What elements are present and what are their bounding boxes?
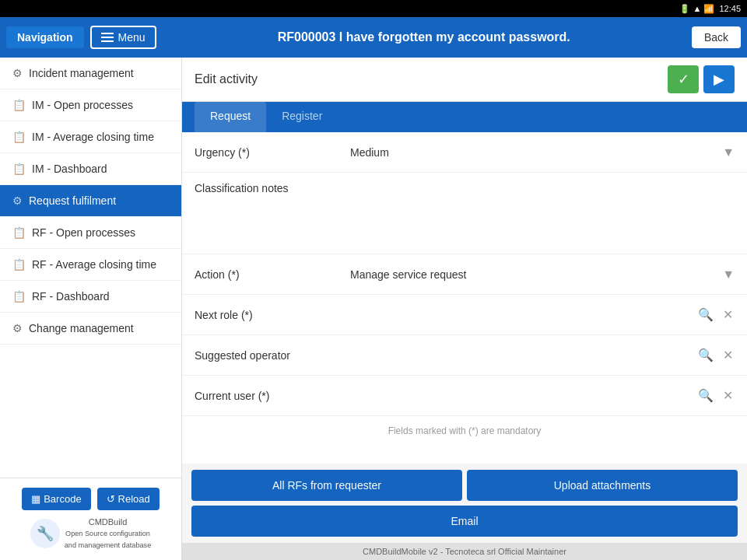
sidebar-item-rf-dashboard[interactable]: 📋 RF - Dashboard bbox=[0, 281, 181, 313]
sidebar-item-incident-management[interactable]: ⚙ Incident management bbox=[0, 58, 181, 89]
list-icon-2: 📋 bbox=[12, 131, 26, 143]
next-role-field: 🔍 ✕ bbox=[338, 299, 747, 330]
next-role-clear-button[interactable]: ✕ bbox=[721, 306, 735, 324]
action-row: Action (*) Manage service request ▼ bbox=[182, 254, 747, 295]
sidebar-item-im-dashboard[interactable]: 📋 IM - Dashboard bbox=[0, 153, 181, 185]
upload-attachments-button[interactable]: Upload attachments bbox=[467, 470, 738, 501]
suggested-operator-field: 🔍 ✕ bbox=[338, 340, 747, 370]
next-role-search-button[interactable]: 🔍 bbox=[696, 306, 715, 324]
form-area: Urgency (*) Medium ▼ Classification note… bbox=[182, 132, 747, 464]
classification-notes-value bbox=[338, 173, 747, 254]
classification-notes-row: Classification notes bbox=[182, 173, 747, 254]
sidebar-item-rf-open-processes[interactable]: 📋 RF - Open processes bbox=[0, 217, 181, 249]
barcode-icon: ▦ bbox=[31, 493, 40, 505]
current-user-field: 🔍 ✕ bbox=[338, 380, 747, 411]
tab-request[interactable]: Request bbox=[195, 102, 266, 132]
bottom-row-1: All RFs from requester Upload attachment… bbox=[191, 470, 738, 501]
urgency-dropdown-arrow: ▼ bbox=[722, 145, 735, 159]
classification-notes-input[interactable] bbox=[350, 182, 735, 244]
main-content: Edit activity ✓ ▶ Request Register Urgen… bbox=[182, 58, 747, 560]
logo-text: CMDBuildOpen Source configurationand man… bbox=[65, 516, 152, 551]
page-title: RF000003 I have forgotten my account pas… bbox=[163, 30, 686, 44]
sidebar-item-rf-avg-closing[interactable]: 📋 RF - Average closing time bbox=[0, 249, 181, 281]
suggested-operator-row: Suggested operator 🔍 ✕ bbox=[182, 335, 747, 376]
back-button[interactable]: Back bbox=[692, 26, 741, 48]
sidebar: ⚙ Incident management 📋 IM - Open proces… bbox=[0, 58, 182, 560]
list-icon: 📋 bbox=[12, 99, 26, 111]
mandatory-note: Fields marked with (*) are mandatory bbox=[182, 416, 747, 446]
edit-activity-title: Edit activity bbox=[195, 72, 258, 86]
logo-area: 🔧 CMDBuildOpen Source configurationand m… bbox=[30, 516, 152, 551]
sidebar-item-request-fulfilment[interactable]: ⚙ Request fulfilment bbox=[0, 185, 181, 217]
current-user-search-button[interactable]: 🔍 bbox=[696, 387, 715, 404]
confirm-button[interactable]: ✓ bbox=[668, 65, 699, 93]
barcode-button[interactable]: ▦ Barcode bbox=[22, 488, 90, 510]
classification-notes-label: Classification notes bbox=[182, 173, 338, 204]
all-rfs-button[interactable]: All RFs from requester bbox=[191, 470, 462, 501]
current-user-row: Current user (*) 🔍 ✕ bbox=[182, 376, 747, 416]
action-label: Action (*) bbox=[182, 259, 338, 290]
bottom-row-2: Email bbox=[191, 506, 738, 537]
urgency-value[interactable]: Medium ▼ bbox=[338, 136, 747, 169]
menu-button[interactable]: Menu bbox=[90, 26, 156, 49]
list-icon-5: 📋 bbox=[12, 258, 26, 271]
list-icon-6: 📋 bbox=[12, 290, 26, 303]
urgency-row: Urgency (*) Medium ▼ bbox=[182, 132, 747, 173]
status-time: 12:45 bbox=[719, 4, 741, 13]
suggested-operator-clear-button[interactable]: ✕ bbox=[721, 346, 735, 364]
sidebar-item-im-avg-closing[interactable]: 📋 IM - Average closing time bbox=[0, 121, 181, 153]
reload-icon: ↺ bbox=[107, 493, 115, 505]
sidebar-item-change-management[interactable]: ⚙ Change management bbox=[0, 313, 181, 345]
email-button[interactable]: Email bbox=[191, 506, 738, 537]
list-icon-4: 📋 bbox=[12, 226, 26, 239]
menu-icon bbox=[101, 33, 114, 42]
gear-icon-3: ⚙ bbox=[12, 322, 23, 334]
gear-icon-2: ⚙ bbox=[12, 194, 23, 207]
edit-activity-header: Edit activity ✓ ▶ bbox=[182, 58, 747, 102]
suggested-operator-search-button[interactable]: 🔍 bbox=[696, 346, 715, 364]
sidebar-item-im-open-processes[interactable]: 📋 IM - Open processes bbox=[0, 89, 181, 121]
action-dropdown-arrow: ▼ bbox=[722, 268, 735, 282]
current-user-clear-button[interactable]: ✕ bbox=[721, 387, 735, 404]
bottom-actions: All RFs from requester Upload attachment… bbox=[182, 464, 747, 543]
suggested-operator-label: Suggested operator bbox=[182, 340, 338, 371]
next-role-label: Next role (*) bbox=[182, 299, 338, 331]
next-role-row: Next role (*) 🔍 ✕ bbox=[182, 295, 747, 335]
status-icons: 🔋 ▲ 📶 bbox=[679, 4, 714, 14]
current-user-input[interactable] bbox=[350, 390, 690, 402]
navigation-button[interactable]: Navigation bbox=[6, 26, 84, 48]
list-icon-3: 📋 bbox=[12, 163, 26, 175]
next-role-input[interactable] bbox=[350, 309, 690, 321]
reload-button[interactable]: ↺ Reload bbox=[97, 488, 160, 510]
tabs-bar: Request Register bbox=[182, 102, 747, 132]
urgency-label: Urgency (*) bbox=[182, 137, 338, 168]
tab-register[interactable]: Register bbox=[266, 102, 338, 132]
sidebar-footer: ▦ Barcode ↺ Reload 🔧 CMDBuildOpen Source… bbox=[0, 478, 181, 560]
header-actions: ✓ ▶ bbox=[668, 65, 735, 93]
top-bar: Navigation Menu RF000003 I have forgotte… bbox=[0, 17, 747, 58]
app-footer: CMDBuildMobile v2 - Tecnoteca srl Offici… bbox=[182, 543, 747, 560]
suggested-operator-input[interactable] bbox=[350, 349, 690, 362]
logo-icon: 🔧 bbox=[30, 519, 60, 548]
action-value[interactable]: Manage service request ▼ bbox=[338, 258, 747, 291]
status-bar: 🔋 ▲ 📶 12:45 bbox=[0, 0, 747, 17]
current-user-label: Current user (*) bbox=[182, 380, 338, 411]
gear-icon: ⚙ bbox=[12, 67, 23, 79]
play-button[interactable]: ▶ bbox=[703, 65, 735, 93]
